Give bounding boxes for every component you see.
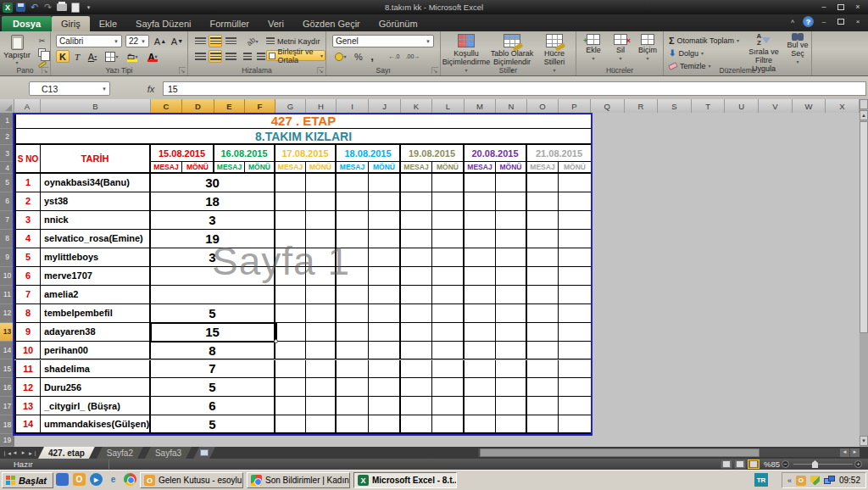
cell-empty-M-13[interactable] — [465, 397, 496, 415]
column-header-D[interactable]: D — [182, 99, 214, 113]
header-date-17.08.2015[interactable]: 17.08.2015 — [275, 145, 337, 162]
cell-empty-M-4[interactable] — [465, 230, 496, 248]
tray-network-icon[interactable] — [824, 476, 835, 485]
language-indicator[interactable]: TR — [754, 473, 768, 487]
cell-empty-P-13[interactable] — [559, 397, 591, 415]
cell-empty-K-14[interactable] — [401, 415, 432, 434]
cell-empty-L-2[interactable] — [432, 192, 465, 211]
cell-empty-O-5[interactable] — [527, 248, 559, 267]
tab-formüller[interactable]: Formüller — [200, 16, 258, 31]
cell-empty-H-8[interactable] — [306, 304, 337, 323]
column-header-C[interactable]: C — [151, 99, 182, 113]
column-header-K[interactable]: K — [401, 99, 432, 113]
cell-empty-M-9[interactable] — [465, 323, 496, 342]
cell-empty-M-7[interactable] — [465, 286, 496, 304]
cell-empty-H-7[interactable] — [306, 286, 337, 304]
sheet-tab-427-etap[interactable]: 427. etap — [38, 447, 95, 459]
cell-empty-J-4[interactable] — [369, 230, 401, 248]
minimize-button[interactable]: – — [816, 2, 832, 12]
cell-empty-G-8[interactable] — [275, 304, 306, 323]
tab-ekle[interactable]: Ekle — [90, 16, 126, 31]
cell-sno-3[interactable]: 3 — [14, 211, 41, 230]
cell-value-3[interactable]: 3 — [151, 211, 275, 230]
cell-empty-I-8[interactable] — [337, 304, 369, 323]
cell-empty-I-6[interactable] — [337, 267, 369, 286]
cell-empty-O-6[interactable] — [527, 267, 559, 286]
cell-value-6[interactable] — [151, 267, 275, 286]
first-sheet-icon[interactable]: ❘◄ — [3, 450, 10, 456]
tab-görünüm[interactable]: Görünüm — [370, 16, 427, 31]
cell-empty-N-7[interactable] — [496, 286, 527, 304]
borders-button[interactable]: ▾ — [105, 50, 119, 63]
cell-empty-P-12[interactable] — [559, 378, 591, 397]
page-layout-view-button[interactable] — [734, 459, 746, 469]
cell-empty-K-6[interactable] — [401, 267, 432, 286]
number-format-select[interactable]: Genel▼ — [332, 35, 434, 47]
cell-empty-L-8[interactable] — [432, 304, 465, 323]
zoom-slider-handle[interactable] — [812, 460, 818, 468]
merge-center-button[interactable]: Birleştir ve Ortala▾ — [266, 50, 326, 61]
fill-button[interactable]: ⬇ Dolgu▾ — [669, 47, 704, 58]
column-header-R[interactable]: R — [625, 99, 659, 113]
cell-name-5[interactable]: mylittleboys — [41, 248, 151, 267]
cell-empty-I-13[interactable] — [337, 397, 369, 415]
insert-cells-button[interactable]: + Ekle▾ — [581, 34, 605, 63]
cell-sno-5[interactable]: 5 — [14, 248, 41, 267]
cell-empty-M-10[interactable] — [465, 342, 496, 360]
row-header-13[interactable]: 13 — [0, 323, 14, 342]
cell-empty-P-3[interactable] — [559, 211, 591, 230]
cell-empty-H-4[interactable] — [306, 230, 337, 248]
cell-empty-L-9[interactable] — [432, 323, 465, 342]
font-dialog-launcher[interactable]: ↘ — [179, 67, 186, 74]
header-date-20.08.2015[interactable]: 20.08.2015 — [465, 145, 527, 162]
cell-empty-N-3[interactable] — [496, 211, 527, 230]
cell-empty-N-8[interactable] — [496, 304, 527, 323]
cell-empty-I-1[interactable] — [337, 174, 369, 192]
wrap-text-button[interactable]: Metni Kaydır — [266, 36, 320, 47]
cell-empty-H-14[interactable] — [306, 415, 337, 434]
cell-value-2[interactable]: 18 — [151, 192, 275, 211]
column-header-G[interactable]: G — [275, 99, 306, 113]
cell-empty-M-2[interactable] — [465, 192, 496, 211]
font-color-button[interactable]: A▾ — [146, 50, 159, 63]
horizontal-scroll-thumb[interactable] — [480, 448, 760, 457]
cell-empty-I-7[interactable] — [337, 286, 369, 304]
orientation-icon[interactable]: ab▾ — [244, 35, 261, 47]
cell-empty-P-4[interactable] — [559, 230, 591, 248]
cell-empty-G-4[interactable] — [275, 230, 306, 248]
grow-font-button[interactable]: A▲ — [153, 35, 168, 47]
row-header-8[interactable]: 8 — [0, 230, 14, 248]
page-break-preview-button[interactable] — [748, 459, 760, 469]
cell-empty-I-4[interactable] — [337, 230, 369, 248]
cell-name-2[interactable]: yst38 — [41, 192, 151, 211]
cell-empty-G-11[interactable] — [275, 360, 306, 379]
cell-empty-G-5[interactable] — [275, 248, 306, 267]
cell-empty-P-7[interactable] — [559, 286, 591, 304]
taskbar-task-outlook[interactable]: OGelen Kutusu - esoylu - Mi... — [140, 472, 243, 488]
accounting-format-icon[interactable]: ▾ — [332, 50, 349, 63]
workbook-restore-button[interactable] — [834, 16, 848, 27]
cell-value-8[interactable]: 5 — [151, 304, 275, 323]
cell-empty-N-2[interactable] — [496, 192, 527, 211]
cell-empty-O-8[interactable] — [527, 304, 559, 323]
header-mesaj-1[interactable]: MESAJ — [151, 162, 182, 174]
cell-empty-G-1[interactable] — [275, 174, 306, 192]
cell-empty-K-4[interactable] — [401, 230, 432, 248]
zoom-out-icon[interactable]: − — [782, 460, 789, 468]
cell-empty-J-3[interactable] — [369, 211, 401, 230]
cell-empty-K-1[interactable] — [401, 174, 432, 192]
row-header-9[interactable]: 9 — [0, 248, 14, 267]
cell-empty-I-9[interactable] — [337, 323, 369, 342]
header-monu-2[interactable]: MÖNÜ — [245, 162, 275, 174]
cell-sno-11[interactable]: 11 — [14, 360, 41, 379]
scroll-left-icon[interactable]: ◄ — [840, 448, 849, 457]
cell-name-1[interactable]: oynakbasi34(Banu) — [41, 174, 151, 192]
tab-veri[interactable]: Veri — [259, 16, 293, 31]
workbook-close-button[interactable]: × — [851, 16, 865, 27]
cell-empty-J-10[interactable] — [369, 342, 401, 360]
row-header-15[interactable]: 15 — [0, 360, 14, 379]
cell-value-14[interactable]: 5 — [151, 415, 275, 434]
cell-empty-L-6[interactable] — [432, 267, 465, 286]
title-row-etap[interactable]: 427 . ETAP — [14, 113, 591, 129]
cell-sno-6[interactable]: 6 — [14, 267, 41, 286]
